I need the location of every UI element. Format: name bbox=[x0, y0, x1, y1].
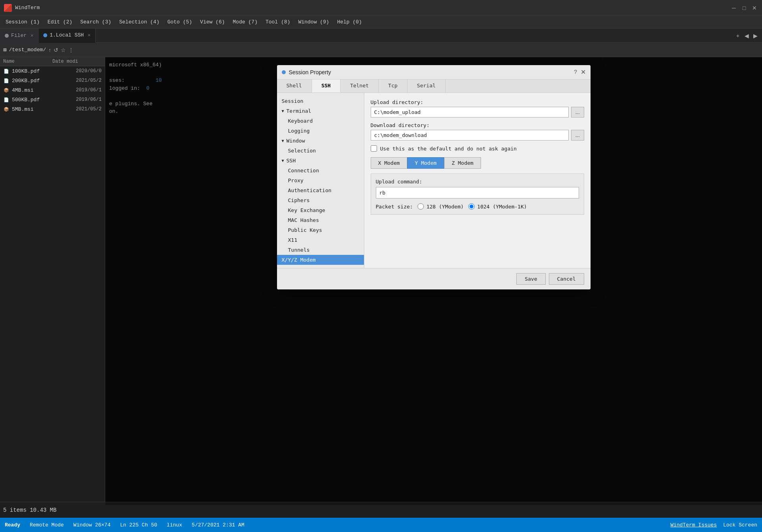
download-dir-input[interactable] bbox=[371, 130, 569, 141]
nav-item-logging[interactable]: Logging bbox=[277, 126, 364, 136]
dialog-dot bbox=[282, 70, 286, 74]
tab-nav-right[interactable]: ▶ bbox=[752, 32, 759, 39]
nav-more-button[interactable]: ⋮ bbox=[68, 47, 74, 53]
upload-cmd-input[interactable] bbox=[376, 187, 579, 199]
nav-item-public-keys[interactable]: Public Keys bbox=[277, 225, 364, 235]
download-dir-browse-button[interactable]: ... bbox=[571, 130, 584, 141]
address-icon: ⊠ bbox=[3, 46, 6, 53]
tab-dot-local-ssh bbox=[43, 33, 47, 37]
upload-dir-browse-button[interactable]: ... bbox=[571, 107, 584, 118]
file-icon-msi: 📦 bbox=[3, 106, 10, 113]
menu-goto[interactable]: Goto (5) bbox=[164, 17, 196, 27]
nav-tree: Session ▼ Terminal Keyboard Logging ▼ Wi… bbox=[277, 93, 364, 268]
maximize-button[interactable]: □ bbox=[741, 4, 748, 12]
nav-item-xyz-modem[interactable]: X/Y/Z Modem bbox=[277, 255, 364, 265]
menu-search[interactable]: Search (3) bbox=[76, 17, 115, 27]
file-date: 2020/06/0 bbox=[74, 68, 102, 74]
close-button[interactable]: ✕ bbox=[751, 4, 758, 12]
list-item[interactable]: 📄 200KB.pdf 2021/05/2 bbox=[0, 76, 105, 85]
save-button[interactable]: Save bbox=[516, 273, 545, 285]
nav-item-session[interactable]: Session bbox=[277, 96, 364, 106]
tab-telnet[interactable]: Telnet bbox=[341, 79, 379, 93]
nav-item-window[interactable]: ▼ Window bbox=[277, 136, 364, 146]
nav-item-terminal[interactable]: ▼ Terminal bbox=[277, 106, 364, 116]
modem-tab-y[interactable]: Y Modem bbox=[407, 157, 444, 169]
file-icon-msi: 📦 bbox=[3, 87, 10, 94]
tab-close-local-ssh[interactable]: ✕ bbox=[88, 32, 90, 38]
dialog-body: Session ▼ Terminal Keyboard Logging ▼ Wi… bbox=[277, 93, 591, 268]
list-item[interactable]: 📦 4MB.msi 2019/06/1 bbox=[0, 85, 105, 95]
radio-128: 128 (YModem) bbox=[418, 203, 464, 210]
nav-item-tunnels[interactable]: Tunnels bbox=[277, 245, 364, 255]
tab-ssh[interactable]: SSH bbox=[312, 79, 341, 93]
upload-dir-input[interactable] bbox=[371, 107, 569, 118]
list-item[interactable]: 📄 500KB.pdf 2019/06/1 bbox=[0, 95, 105, 104]
nav-item-authentication[interactable]: Authentication bbox=[277, 185, 364, 195]
menu-edit[interactable]: Edit (2) bbox=[44, 17, 76, 27]
menu-bar: Session (1) Edit (2) Search (3) Selectio… bbox=[0, 16, 762, 29]
app-logo bbox=[4, 4, 12, 12]
dialog-footer: Save Cancel bbox=[277, 268, 591, 289]
nav-item-selection[interactable]: Selection bbox=[277, 146, 364, 156]
menu-selection[interactable]: Selection (4) bbox=[115, 17, 163, 27]
nav-item-x11[interactable]: X11 bbox=[277, 235, 364, 245]
nav-bookmark-button[interactable]: ☆ bbox=[61, 47, 66, 53]
file-icon-pdf: 📄 bbox=[3, 96, 10, 103]
tab-close-filer[interactable]: ✕ bbox=[31, 33, 33, 39]
windterm-issues-link[interactable]: WindTerm Issues bbox=[670, 522, 717, 528]
file-name: 4MB.msi bbox=[12, 87, 71, 93]
status-cursor-pos: Ln 225 Ch 50 bbox=[120, 522, 157, 528]
nav-item-keyboard[interactable]: Keyboard bbox=[277, 116, 364, 126]
nav-item-connection[interactable]: Connection bbox=[277, 166, 364, 175]
nav-item-ciphers[interactable]: Ciphers bbox=[277, 195, 364, 205]
list-item[interactable]: 📦 5MB.msi 2021/05/2 bbox=[0, 104, 105, 114]
menu-help[interactable]: Help (0) bbox=[333, 17, 366, 27]
menu-session[interactable]: Session (1) bbox=[2, 17, 44, 27]
dialog-close-button[interactable]: ✕ bbox=[581, 68, 586, 76]
dialog-tab-bar: Shell SSH Telnet Tcp Serial bbox=[277, 79, 591, 93]
nav-refresh-button[interactable]: ↺ bbox=[54, 47, 58, 53]
nav-item-proxy[interactable]: Proxy bbox=[277, 175, 364, 185]
main-content: Name Date modi 📄 100KB.pdf 2020/06/0 📄 2… bbox=[0, 57, 762, 505]
nav-item-ssh[interactable]: ▼ SSH bbox=[277, 156, 364, 166]
tab-label-filer: Filer bbox=[11, 33, 27, 39]
radio-1024-input[interactable] bbox=[468, 203, 475, 210]
address-bar: ⊠ /test_modem/ ↑ ↺ ☆ ⋮ bbox=[0, 43, 762, 57]
radio-128-input[interactable] bbox=[418, 203, 424, 210]
cancel-button[interactable]: Cancel bbox=[549, 273, 584, 285]
dialog-titlebar: Session Property ? ✕ bbox=[277, 65, 591, 79]
lock-screen-button[interactable]: Lock Screen bbox=[723, 522, 757, 528]
nav-up-button[interactable]: ↑ bbox=[48, 47, 51, 53]
file-panel: Name Date modi 📄 100KB.pdf 2020/06/0 📄 2… bbox=[0, 57, 105, 505]
file-panel-header: Name Date modi bbox=[0, 57, 105, 66]
menu-view[interactable]: View (6) bbox=[196, 17, 229, 27]
tab-local-ssh[interactable]: 1.Local SSH ✕ bbox=[38, 29, 96, 43]
download-dir-label: Download directory: bbox=[371, 122, 584, 128]
radio-128-label: 128 (YModem) bbox=[426, 204, 464, 210]
tab-filer[interactable]: Filer ✕ bbox=[0, 29, 38, 43]
menu-mode[interactable]: Mode (7) bbox=[229, 17, 262, 27]
default-checkbox[interactable] bbox=[371, 145, 377, 152]
dialog-help-button[interactable]: ? bbox=[574, 69, 577, 75]
tab-serial[interactable]: Serial bbox=[408, 79, 446, 93]
nav-item-key-exchange[interactable]: Key Exchange bbox=[277, 205, 364, 215]
tab-nav-left[interactable]: ◀ bbox=[743, 32, 750, 39]
upload-dir-field-row: ... bbox=[371, 107, 584, 118]
modem-tab-z[interactable]: Z Modem bbox=[444, 157, 481, 169]
menu-tool[interactable]: Tool (8) bbox=[262, 17, 294, 27]
menu-window[interactable]: Window (9) bbox=[294, 17, 333, 27]
tab-add-button[interactable]: + bbox=[734, 32, 741, 39]
upload-dir-label: Upload directory: bbox=[371, 99, 584, 105]
title-bar: WindTerm ─ □ ✕ bbox=[0, 0, 762, 16]
tab-shell[interactable]: Shell bbox=[277, 79, 312, 93]
status-remote-mode: Remote Mode bbox=[30, 522, 64, 528]
nav-item-mac-hashes[interactable]: MAC Hashes bbox=[277, 215, 364, 225]
tab-tcp[interactable]: Tcp bbox=[379, 79, 407, 93]
upload-cmd-label: Upload command: bbox=[376, 179, 579, 185]
tab-dot-filer bbox=[5, 34, 9, 38]
minimize-button[interactable]: ─ bbox=[730, 4, 737, 12]
list-item[interactable]: 📄 100KB.pdf 2020/06/0 bbox=[0, 66, 105, 76]
file-date: 2019/06/1 bbox=[74, 97, 102, 102]
file-date: 2019/06/1 bbox=[74, 87, 102, 93]
modem-tab-x[interactable]: X Modem bbox=[371, 157, 408, 169]
